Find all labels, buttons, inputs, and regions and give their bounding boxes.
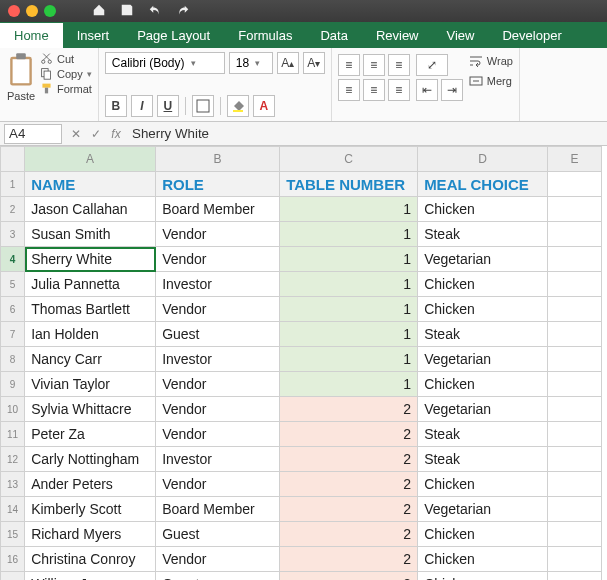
cell[interactable]: Thomas Bartlett: [25, 297, 156, 322]
cell[interactable]: Ander Peters: [25, 472, 156, 497]
tab-developer[interactable]: Developer: [488, 23, 575, 48]
row-header-9[interactable]: 9: [1, 372, 25, 397]
cell[interactable]: Vendor: [156, 547, 280, 572]
format-painter-button[interactable]: Format: [40, 82, 92, 95]
cell[interactable]: Christina Conroy: [25, 547, 156, 572]
cell[interactable]: [548, 297, 602, 322]
row-header-12[interactable]: 12: [1, 447, 25, 472]
row-header-15[interactable]: 15: [1, 522, 25, 547]
col-header-E[interactable]: E: [548, 147, 602, 172]
cell[interactable]: 2: [280, 547, 418, 572]
col-header-D[interactable]: D: [418, 147, 548, 172]
decrease-indent-button[interactable]: ⇤: [416, 79, 438, 101]
bold-button[interactable]: B: [105, 95, 127, 117]
cell[interactable]: [548, 172, 602, 197]
cell[interactable]: Peter Za: [25, 422, 156, 447]
cell[interactable]: Chicken: [418, 372, 548, 397]
tab-formulas[interactable]: Formulas: [224, 23, 306, 48]
cell[interactable]: Nancy Carr: [25, 347, 156, 372]
row-header-2[interactable]: 2: [1, 197, 25, 222]
font-color-button[interactable]: A: [253, 95, 275, 117]
select-all-corner[interactable]: [1, 147, 25, 172]
tab-data[interactable]: Data: [306, 23, 361, 48]
cell[interactable]: Vendor: [156, 222, 280, 247]
fill-color-button[interactable]: [227, 95, 249, 117]
align-top-button[interactable]: ≡: [338, 54, 360, 76]
cell[interactable]: Steak: [418, 322, 548, 347]
row-header-5[interactable]: 5: [1, 272, 25, 297]
cell[interactable]: [548, 247, 602, 272]
cell[interactable]: [548, 272, 602, 297]
cell[interactable]: [548, 547, 602, 572]
align-middle-button[interactable]: ≡: [363, 54, 385, 76]
accept-formula-button[interactable]: ✓: [86, 124, 106, 144]
cell[interactable]: [548, 572, 602, 581]
cell[interactable]: [548, 497, 602, 522]
borders-button[interactable]: [192, 95, 214, 117]
cell[interactable]: 2: [280, 447, 418, 472]
wrap-text-button[interactable]: Wrap: [469, 54, 513, 68]
row-header-16[interactable]: 16: [1, 547, 25, 572]
cell[interactable]: Vendor: [156, 372, 280, 397]
row-header-3[interactable]: 3: [1, 222, 25, 247]
cell[interactable]: [548, 522, 602, 547]
cell[interactable]: [548, 472, 602, 497]
row-header-4[interactable]: 4: [1, 247, 25, 272]
increase-font-button[interactable]: A▴: [277, 52, 299, 74]
undo-icon[interactable]: [148, 3, 162, 20]
cell[interactable]: Guest: [156, 322, 280, 347]
merge-button[interactable]: Merg: [469, 74, 513, 88]
align-center-button[interactable]: ≡: [363, 79, 385, 101]
cell[interactable]: Vendor: [156, 247, 280, 272]
cell[interactable]: Vegetarian: [418, 397, 548, 422]
cell[interactable]: Steak: [418, 422, 548, 447]
cell[interactable]: Board Member: [156, 197, 280, 222]
cell[interactable]: Chicken: [418, 547, 548, 572]
cancel-formula-button[interactable]: ✕: [66, 124, 86, 144]
cell[interactable]: Julia Pannetta: [25, 272, 156, 297]
header-cell[interactable]: MEAL CHOICE: [418, 172, 548, 197]
maximize-icon[interactable]: [44, 5, 56, 17]
cell[interactable]: Vegetarian: [418, 497, 548, 522]
cell[interactable]: 2: [280, 422, 418, 447]
tab-page-layout[interactable]: Page Layout: [123, 23, 224, 48]
cell[interactable]: Vendor: [156, 422, 280, 447]
copy-button[interactable]: Copy▾: [40, 67, 92, 80]
align-left-button[interactable]: ≡: [338, 79, 360, 101]
tab-insert[interactable]: Insert: [63, 23, 124, 48]
cell[interactable]: 2: [280, 497, 418, 522]
save-icon[interactable]: [120, 3, 134, 20]
tab-home[interactable]: Home: [0, 23, 63, 48]
col-header-C[interactable]: C: [280, 147, 418, 172]
worksheet[interactable]: ABCDE1NAMEROLETABLE NUMBERMEAL CHOICE2Ja…: [0, 146, 607, 580]
cell[interactable]: Guest: [156, 522, 280, 547]
cell[interactable]: 1: [280, 247, 418, 272]
cell[interactable]: William Jones: [25, 572, 156, 581]
orientation-button[interactable]: ⤢: [416, 54, 448, 76]
cell[interactable]: [548, 372, 602, 397]
row-header-14[interactable]: 14: [1, 497, 25, 522]
cell[interactable]: Vegetarian: [418, 347, 548, 372]
cell[interactable]: Vendor: [156, 397, 280, 422]
row-header-17[interactable]: 17: [1, 572, 25, 581]
cut-button[interactable]: Cut: [40, 52, 92, 65]
cell[interactable]: [548, 422, 602, 447]
redo-icon[interactable]: [176, 3, 190, 20]
row-header-10[interactable]: 10: [1, 397, 25, 422]
cell[interactable]: 1: [280, 372, 418, 397]
font-size-select[interactable]: 18▾: [229, 52, 273, 74]
cell[interactable]: 1: [280, 322, 418, 347]
cell[interactable]: Sherry White: [25, 247, 156, 272]
cell[interactable]: 2: [280, 472, 418, 497]
cell[interactable]: Investor: [156, 447, 280, 472]
cell[interactable]: Richard Myers: [25, 522, 156, 547]
col-header-A[interactable]: A: [25, 147, 156, 172]
underline-button[interactable]: U: [157, 95, 179, 117]
cell[interactable]: 2: [280, 522, 418, 547]
cell[interactable]: 2: [280, 397, 418, 422]
cell[interactable]: 1: [280, 197, 418, 222]
home-qat-icon[interactable]: [92, 3, 106, 20]
header-cell[interactable]: ROLE: [156, 172, 280, 197]
cell[interactable]: [548, 447, 602, 472]
cell[interactable]: Guest: [156, 572, 280, 581]
